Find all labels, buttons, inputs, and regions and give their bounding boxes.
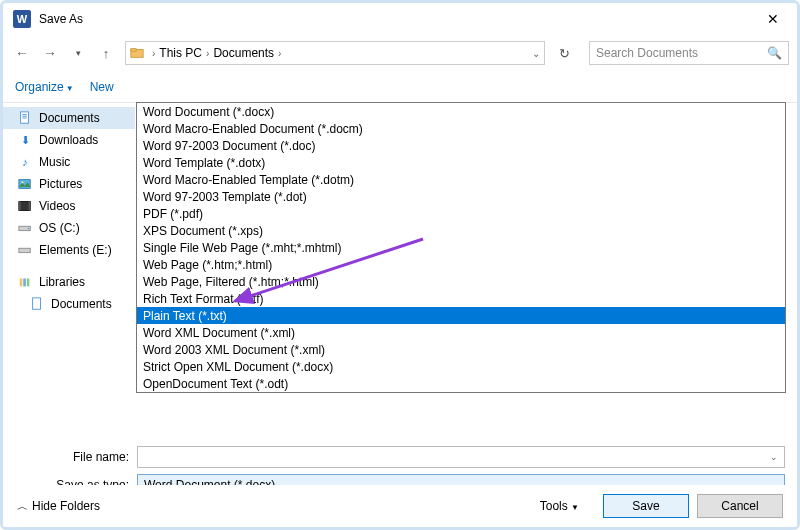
dialog-body: Documents ⬇ Downloads ♪ Music Pictures V… [3, 103, 797, 413]
svg-rect-15 [23, 279, 26, 287]
type-option[interactable]: Word 2003 XML Document (*.xml) [137, 341, 785, 358]
type-option[interactable]: Word Document (*.docx) [137, 103, 785, 120]
type-option[interactable]: Word Template (*.dotx) [137, 154, 785, 171]
svg-rect-10 [29, 202, 31, 211]
sidebar-item-label: Elements (E:) [39, 243, 112, 257]
svg-rect-17 [33, 298, 41, 309]
type-option[interactable]: PDF (*.pdf) [137, 205, 785, 222]
download-icon: ⬇ [17, 133, 33, 147]
forward-button[interactable]: → [39, 42, 61, 64]
recent-locations-icon[interactable]: ▾ [67, 42, 89, 64]
sidebar-item-label: Downloads [39, 133, 98, 147]
close-button[interactable]: ✕ [753, 4, 793, 34]
sidebar-item-lib-documents[interactable]: Documents [3, 293, 135, 315]
sidebar-item-videos[interactable]: Videos [3, 195, 135, 217]
type-option[interactable]: Word Macro-Enabled Template (*.dotm) [137, 171, 785, 188]
folder-icon [130, 46, 144, 60]
sidebar-item-label: Documents [39, 111, 100, 125]
organize-button[interactable]: Organize▼ [15, 80, 74, 94]
type-option[interactable]: XPS Document (*.xps) [137, 222, 785, 239]
chevron-right-icon: › [152, 48, 155, 59]
up-button[interactable]: ↑ [95, 42, 117, 64]
filename-input[interactable]: ⌄ [137, 446, 785, 468]
hide-folders-button[interactable]: ︿ Hide Folders [17, 499, 100, 514]
footer: ︿ Hide Folders Tools ▼ Save Cancel [3, 485, 797, 527]
svg-rect-9 [19, 202, 21, 211]
videos-icon [17, 199, 33, 213]
title-bar: W Save As ✕ [3, 3, 797, 35]
sidebar-item-music[interactable]: ♪ Music [3, 151, 135, 173]
search-icon: 🔍 [767, 46, 782, 60]
music-icon: ♪ [17, 155, 33, 169]
new-folder-button[interactable]: New [90, 80, 114, 94]
refresh-button[interactable]: ↻ [553, 42, 575, 64]
word-app-icon: W [13, 10, 31, 28]
type-option[interactable]: Word 97-2003 Template (*.dot) [137, 188, 785, 205]
save-as-type-dropdown-list[interactable]: Word Document (*.docx)Word Macro-Enabled… [136, 102, 786, 393]
sidebar-item-downloads[interactable]: ⬇ Downloads [3, 129, 135, 151]
svg-rect-14 [20, 279, 23, 287]
libraries-icon [17, 275, 33, 289]
breadcrumb-thispc[interactable]: This PC [159, 46, 202, 60]
filename-label: File name: [15, 450, 137, 464]
svg-rect-1 [131, 49, 136, 52]
back-button[interactable]: ← [11, 42, 33, 64]
search-input[interactable]: Search Documents 🔍 [589, 41, 789, 65]
cancel-button[interactable]: Cancel [697, 494, 783, 518]
type-option[interactable]: Strict Open XML Document (*.docx) [137, 358, 785, 375]
sidebar-item-pictures[interactable]: Pictures [3, 173, 135, 195]
sidebar-item-label: Videos [39, 199, 75, 213]
type-option[interactable]: Single File Web Page (*.mht;*.mhtml) [137, 239, 785, 256]
sidebar-item-label: Pictures [39, 177, 82, 191]
pictures-icon [17, 177, 33, 191]
save-button[interactable]: Save [603, 494, 689, 518]
sidebar-item-label: Music [39, 155, 70, 169]
sidebar-item-label: OS (C:) [39, 221, 80, 235]
type-option[interactable]: Word Macro-Enabled Document (*.docm) [137, 120, 785, 137]
window-title: Save As [39, 12, 753, 26]
type-option[interactable]: OpenDocument Text (*.odt) [137, 375, 785, 392]
svg-point-12 [28, 228, 29, 229]
document-icon [29, 297, 45, 311]
drive-icon [17, 221, 33, 235]
type-option[interactable]: Web Page, Filtered (*.htm;*.html) [137, 273, 785, 290]
sidebar-item-os-c[interactable]: OS (C:) [3, 217, 135, 239]
sidebar: Documents ⬇ Downloads ♪ Music Pictures V… [3, 103, 135, 413]
sidebar-item-libraries[interactable]: Libraries [3, 271, 135, 293]
type-option[interactable]: Plain Text (*.txt) [137, 307, 785, 324]
nav-bar: ← → ▾ ↑ › This PC › Documents › ⌄ ↻ Sear… [3, 35, 797, 71]
sidebar-item-elements-e[interactable]: Elements (E:) [3, 239, 135, 261]
chevron-down-icon[interactable]: ⌄ [770, 452, 778, 462]
chevron-up-icon: ︿ [17, 499, 28, 514]
chevron-down-icon[interactable]: ⌄ [532, 48, 540, 59]
sidebar-item-label: Libraries [39, 275, 85, 289]
type-option[interactable]: Rich Text Format (*.rtf) [137, 290, 785, 307]
type-option[interactable]: Word 97-2003 Document (*.doc) [137, 137, 785, 154]
sidebar-item-documents[interactable]: Documents [3, 107, 135, 129]
toolbar: Organize▼ New [3, 71, 797, 103]
type-option[interactable]: Web Page (*.htm;*.html) [137, 256, 785, 273]
search-placeholder: Search Documents [596, 46, 698, 60]
document-icon [17, 111, 33, 125]
address-bar[interactable]: › This PC › Documents › ⌄ [125, 41, 545, 65]
drive-icon [17, 243, 33, 257]
type-option[interactable]: Word XML Document (*.xml) [137, 324, 785, 341]
svg-point-7 [21, 181, 23, 183]
svg-rect-16 [27, 279, 30, 287]
svg-rect-13 [19, 248, 30, 252]
tools-button[interactable]: Tools ▼ [540, 499, 579, 513]
chevron-right-icon: › [278, 48, 281, 59]
sidebar-item-label: Documents [51, 297, 112, 311]
chevron-right-icon: › [206, 48, 209, 59]
breadcrumb-documents[interactable]: Documents [213, 46, 274, 60]
